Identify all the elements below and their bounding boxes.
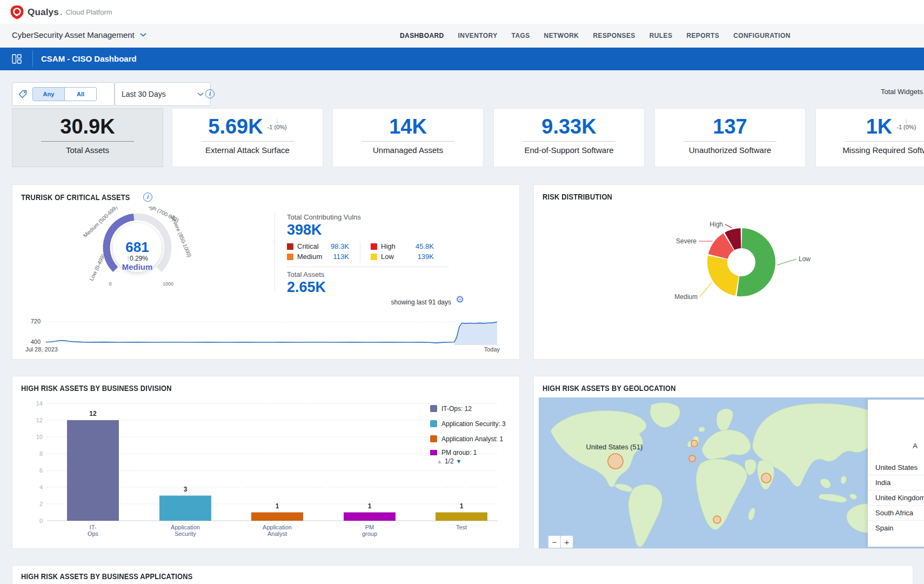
arrow-down-icon: ↓ bbox=[905, 117, 908, 124]
country-row[interactable]: India bbox=[868, 475, 924, 490]
kpi-unauthorized-software[interactable]: 137 Unauthorized Software bbox=[654, 108, 806, 167]
kpi-total-assets[interactable]: 30.9K Total Assets bbox=[12, 108, 163, 167]
nav-tabs: DASHBOARD INVENTORY TAGS NETWORK RESPONS… bbox=[400, 24, 791, 48]
medium-value[interactable]: 113K bbox=[314, 253, 349, 261]
svg-text:1000: 1000 bbox=[163, 281, 173, 287]
geo-panel-column-header: A bbox=[868, 442, 924, 453]
dashboard-grid-icon[interactable] bbox=[12, 54, 22, 64]
widget-title: HIGH RISK ASSETS BY GEOLOCATION bbox=[543, 384, 676, 393]
legend-item[interactable]: IT-Ops: 12 bbox=[430, 404, 520, 413]
vulns-label: Total Contributing Vulns bbox=[287, 213, 361, 221]
kpi-end-of-support-software[interactable]: 9.33K End-of-Support Software bbox=[493, 108, 645, 167]
svg-text:ApplicationAnalyst: ApplicationAnalyst bbox=[263, 524, 292, 537]
world-map[interactable]: United States (51) bbox=[539, 397, 924, 549]
svg-text:High: High bbox=[709, 221, 723, 228]
kpi-external-attack-surface[interactable]: 5.69K ↓-1 (0%) External Attack Surface bbox=[172, 108, 323, 167]
tag-match-any-button[interactable]: Any bbox=[33, 88, 64, 101]
map-bubble-United States[interactable] bbox=[608, 454, 623, 469]
bar-ApplicationAnalyst[interactable] bbox=[251, 513, 303, 521]
svg-text:8: 8 bbox=[39, 450, 43, 457]
tab-tags[interactable]: TAGS bbox=[512, 32, 530, 39]
map-zoom-in-button[interactable]: + bbox=[560, 535, 573, 548]
brand-dot: . bbox=[60, 7, 63, 18]
kpi-label: Missing Required Software bbox=[816, 145, 924, 155]
high-label: High bbox=[381, 242, 396, 250]
page-up-icon[interactable]: ▲ bbox=[437, 458, 443, 464]
page-down-icon[interactable]: ▼ bbox=[456, 458, 462, 464]
legend-swatch bbox=[430, 450, 437, 455]
legend-item[interactable]: Application Security: 3 bbox=[430, 420, 520, 428]
widget-title: HIGH RISK ASSETS BY BUSINESS APPLICATION… bbox=[21, 572, 192, 581]
dashboard-title: CSAM - CISO Dashboard bbox=[41, 54, 137, 63]
kpi-label: End-of-Support Software bbox=[494, 145, 644, 155]
appbar-separator bbox=[32, 51, 33, 67]
bar-PMgroup[interactable] bbox=[344, 513, 396, 521]
legend-swatch bbox=[430, 435, 437, 442]
tag-match-toggle: Any All bbox=[32, 87, 97, 101]
country-row[interactable]: South Africa bbox=[868, 506, 924, 521]
high-value[interactable]: 45.8K bbox=[399, 242, 434, 250]
kpi-label: Total Assets bbox=[12, 145, 163, 155]
legend-item-clipped[interactable]: PM group: 1 bbox=[430, 450, 520, 455]
trend-end-date: Today bbox=[461, 346, 500, 353]
donut-slice-Medium[interactable] bbox=[707, 256, 739, 296]
tab-dashboard[interactable]: DASHBOARD bbox=[400, 32, 444, 39]
country-row[interactable]: United Kingdom bbox=[868, 490, 924, 506]
bar-Test[interactable] bbox=[436, 513, 487, 521]
brand: Qualys. Cloud Platform bbox=[10, 5, 112, 19]
total-widgets-label: Total Widgets bbox=[881, 88, 923, 96]
svg-text:IT-Ops: IT-Ops bbox=[88, 524, 99, 537]
map-bubble-India[interactable] bbox=[761, 473, 771, 483]
tab-inventory[interactable]: INVENTORY bbox=[458, 32, 498, 39]
svg-text:Severe (850-1000): Severe (850-1000) bbox=[170, 214, 193, 258]
csam-dashboard-screen: Qualys. Cloud Platform CyberSecurity Ass… bbox=[0, 0, 924, 584]
date-info-icon[interactable]: i bbox=[205, 89, 215, 98]
country-row[interactable]: United States bbox=[868, 460, 924, 475]
date-range-value: Last 30 Days bbox=[122, 90, 166, 98]
kpi-divider bbox=[684, 141, 776, 142]
low-value[interactable]: 139K bbox=[399, 253, 434, 261]
donut-slice-Low[interactable] bbox=[737, 228, 775, 296]
top-header: Qualys. Cloud Platform bbox=[0, 0, 924, 24]
country-row[interactable]: Spain bbox=[868, 521, 924, 535]
tab-responses[interactable]: RESPONSES bbox=[593, 32, 635, 39]
svg-text:Low: Low bbox=[799, 255, 811, 263]
date-range-select[interactable]: Last 30 Days bbox=[115, 82, 211, 106]
svg-text:Test: Test bbox=[456, 524, 467, 530]
kpi-missing-required-software[interactable]: 1K ↓-1 (0%) Missing Required Software bbox=[815, 108, 924, 167]
widget-title: RISK DISTRIBUTION bbox=[543, 193, 612, 201]
widget-high-risk-by-business-applications: HIGH RISK ASSETS BY BUSINESS APPLICATION… bbox=[12, 565, 913, 584]
tag-match-all-button[interactable]: All bbox=[64, 88, 96, 101]
critical-value[interactable]: 98.3K bbox=[314, 242, 349, 250]
stats-divider bbox=[274, 212, 275, 293]
map-bubble-South Africa[interactable] bbox=[713, 516, 721, 523]
gear-icon[interactable]: ⚙ bbox=[456, 294, 464, 306]
kpi-label: Unauthorized Software bbox=[655, 145, 805, 155]
module-name: CyberSecurity Asset Management bbox=[12, 30, 135, 39]
map-bubble-United Kingdom[interactable] bbox=[691, 440, 698, 447]
bar-ApplicationSecurity[interactable] bbox=[159, 496, 211, 521]
module-picker[interactable]: CyberSecurity Asset Management bbox=[12, 30, 146, 39]
map-bubble-Spain[interactable] bbox=[689, 455, 695, 462]
legend-item[interactable]: Application Analyst: 1 bbox=[430, 435, 520, 443]
svg-text:United States (51): United States (51) bbox=[586, 443, 643, 451]
medium-swatch bbox=[287, 254, 293, 260]
chevron-down-icon bbox=[197, 92, 204, 96]
tab-reports[interactable]: REPORTS bbox=[686, 32, 719, 39]
svg-text:↑0.29%: ↑0.29% bbox=[126, 255, 148, 262]
bar-IT-Ops[interactable] bbox=[67, 420, 119, 521]
info-icon[interactable]: i bbox=[143, 193, 152, 202]
widget-title: HIGH RISK ASSETS BY BUSINESS DIVISION bbox=[21, 384, 172, 393]
bar-legend: IT-Ops: 12 Application Security: 3 Appli… bbox=[430, 404, 520, 465]
map-zoom-out-button[interactable]: − bbox=[548, 535, 561, 548]
kpi-divider bbox=[41, 141, 134, 142]
tab-rules[interactable]: RULES bbox=[650, 32, 673, 39]
svg-text:Low (0-499): Low (0-499) bbox=[88, 253, 106, 282]
kpi-unmanaged-assets[interactable]: 14K Unmanaged Assets bbox=[332, 108, 484, 167]
tab-configuration[interactable]: CONFIGURATION bbox=[733, 32, 791, 39]
tab-network[interactable]: NETWORK bbox=[544, 32, 579, 39]
widget-high-risk-by-business-division: HIGH RISK ASSETS BY BUSINESS DIVISION 02… bbox=[12, 376, 520, 549]
svg-text:ApplicationSecurity: ApplicationSecurity bbox=[171, 524, 200, 537]
geo-country-panel: A United States India United Kingdom Sou… bbox=[868, 400, 924, 547]
kpi-divider bbox=[201, 141, 294, 142]
